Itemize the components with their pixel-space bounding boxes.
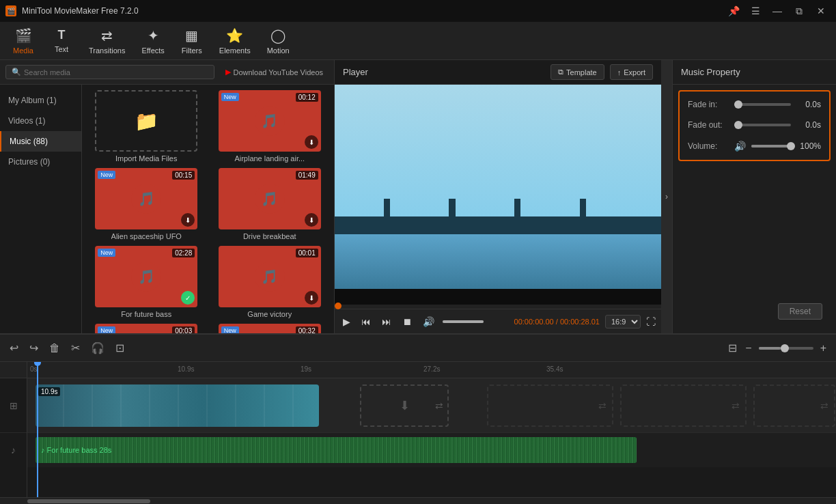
video-track-icon: ⊞ bbox=[10, 400, 18, 411]
music-icon: 🎵 bbox=[131, 262, 161, 292]
template-button[interactable]: ⧉ Template bbox=[551, 64, 604, 80]
toolbar-transitions[interactable]: ⇄ Transitions bbox=[82, 25, 132, 57]
volume-slider[interactable] bbox=[443, 320, 484, 323]
download-button[interactable]: ⬇ bbox=[181, 213, 195, 227]
redo-button[interactable]: ↪ bbox=[28, 340, 40, 356]
media-item-7[interactable]: 00:03 New bbox=[87, 324, 206, 333]
yt-download-button[interactable]: ▶ Download YouTube Videos bbox=[220, 66, 329, 79]
prev-frame-button[interactable]: ⏮ bbox=[359, 315, 374, 328]
audio-clip[interactable]: ♪ For future bass 28s bbox=[36, 437, 637, 463]
airplane-label: Airplane landing air... bbox=[234, 154, 305, 163]
fade-out-thumb[interactable] bbox=[734, 121, 742, 129]
property-border-box: Fade in: 0.0s Fade out: 0.0s Volume: bbox=[678, 90, 831, 161]
media-item-alien[interactable]: 🎵 00:15 New ⬇ Alien spaceship UFO bbox=[87, 168, 206, 240]
sidebar-item-music[interactable]: Music (88) bbox=[0, 131, 81, 152]
download-button[interactable]: ⬇ bbox=[305, 291, 318, 305]
toolbar-media[interactable]: 🎬 Media bbox=[5, 25, 41, 57]
volume-label: Volume: bbox=[688, 141, 729, 151]
sidebar-item-pictures[interactable]: Pictures (0) bbox=[0, 152, 81, 172]
media-item-gamevictory[interactable]: 🎵 00:01 ⬇ Game victory bbox=[211, 246, 329, 318]
split-audio-button[interactable]: ⊟ bbox=[727, 340, 738, 356]
menu-button[interactable]: ☰ bbox=[746, 3, 765, 18]
stop-button[interactable]: ⏹ bbox=[400, 315, 415, 328]
fade-in-row: Fade in: 0.0s bbox=[680, 94, 829, 115]
placeholder-clip-2[interactable]: ⇄ bbox=[487, 384, 613, 427]
airplane-duration: 00:12 bbox=[296, 93, 318, 102]
video-track-label: ⊞ bbox=[0, 378, 27, 433]
volume-icon[interactable]: 🔊 bbox=[420, 315, 437, 328]
reset-button[interactable]: Reset bbox=[778, 303, 822, 320]
forfuture-thumb: 🎵 02:28 New ✓ bbox=[95, 246, 197, 307]
crop-button[interactable]: ⊡ bbox=[114, 340, 126, 356]
video-bridge-bar bbox=[335, 216, 661, 234]
folder-icon: 📁 bbox=[135, 110, 158, 132]
next-frame-button[interactable]: ⏭ bbox=[379, 315, 394, 328]
zoom-out-button[interactable]: − bbox=[744, 341, 753, 356]
horizontal-scrollbar[interactable] bbox=[0, 497, 836, 504]
sidebar-item-myalbum[interactable]: My Album (1) bbox=[0, 90, 81, 111]
progress-container[interactable] bbox=[335, 305, 661, 309]
sidebar-item-videos[interactable]: Videos (1) bbox=[0, 111, 81, 131]
motion-label: Motion bbox=[267, 46, 290, 55]
ruler: 0s 10.9s 19s 27.2s 35.4s bbox=[27, 362, 836, 378]
ruler-mark-2: 19s bbox=[301, 365, 311, 373]
media-item-8[interactable]: 00:32 New bbox=[211, 324, 329, 333]
toolbar-motion[interactable]: ◯ Motion bbox=[260, 25, 296, 57]
volume-fill bbox=[443, 320, 484, 323]
delete-button[interactable]: 🗑 bbox=[48, 341, 61, 356]
progress-thumb[interactable] bbox=[335, 303, 342, 309]
audio-track: ♪ For future bass 28s bbox=[27, 433, 836, 467]
video-water bbox=[335, 234, 661, 290]
toolbar-elements[interactable]: ⭐ Elements bbox=[212, 25, 257, 57]
pin-button[interactable]: 📌 bbox=[724, 3, 743, 18]
import-thumb: 📁 bbox=[95, 90, 197, 152]
placeholder-clip-3[interactable]: ⇄ bbox=[620, 384, 747, 427]
placeholder-clip-4[interactable]: ⇄ bbox=[753, 384, 835, 427]
download-button[interactable]: ⬇ bbox=[305, 213, 318, 227]
swap-icon-3: ⇄ bbox=[732, 400, 740, 411]
restore-button[interactable]: ⧉ bbox=[790, 3, 809, 18]
waveform bbox=[36, 437, 637, 463]
collapse-panel-arrow[interactable]: › bbox=[661, 60, 672, 333]
media-icon: 🎬 bbox=[15, 27, 32, 44]
fullscreen-button[interactable]: ⛶ bbox=[646, 316, 656, 327]
new-badge: New bbox=[98, 249, 115, 257]
undo-button[interactable]: ↩ bbox=[8, 340, 20, 356]
download-button[interactable]: ⬇ bbox=[305, 135, 318, 149]
titlebar: 🎬 MiniTool MovieMaker Free 7.2.0 📌 ☰ — ⧉… bbox=[0, 0, 836, 22]
play-button[interactable]: ▶ bbox=[340, 315, 353, 328]
zoom-thumb[interactable] bbox=[781, 344, 789, 352]
search-input[interactable] bbox=[24, 68, 208, 76]
toolbar-filters[interactable]: ▦ Filters bbox=[174, 25, 210, 57]
titlebar-controls: 📌 ☰ — ⧉ ✕ bbox=[724, 3, 831, 18]
media-item-forfuture[interactable]: 🎵 02:28 New ✓ For future bass bbox=[87, 246, 206, 318]
clip-thumbnail bbox=[36, 384, 319, 427]
volume-thumb[interactable] bbox=[787, 142, 795, 150]
audio-track-label: ♪ bbox=[0, 433, 27, 467]
cut-button[interactable]: ✂ bbox=[70, 340, 81, 356]
fade-out-slider[interactable] bbox=[734, 124, 791, 126]
fade-in-thumb[interactable] bbox=[734, 100, 742, 109]
volume-property-slider[interactable] bbox=[751, 145, 791, 148]
clip-duration-badge: 10.9s bbox=[38, 387, 60, 396]
swap-icon-1: ⇄ bbox=[435, 400, 443, 411]
scrollbar-thumb[interactable] bbox=[27, 499, 150, 503]
fade-in-slider[interactable] bbox=[734, 103, 791, 106]
export-button[interactable]: ↑ Export bbox=[610, 64, 653, 80]
aspect-ratio-select[interactable]: 16:9 9:16 1:1 4:3 bbox=[605, 315, 641, 328]
media-item-drive[interactable]: 🎵 01:49 ⬇ Drive breakbeat bbox=[211, 168, 329, 240]
media-item-airplane[interactable]: 🎵 00:12 New ⬇ Airplane landing air... bbox=[211, 90, 329, 163]
fade-in-label: Fade in: bbox=[688, 100, 729, 109]
import-media-item[interactable]: 📁 Import Media Files bbox=[87, 90, 206, 163]
video-sky bbox=[335, 85, 661, 216]
minimize-button[interactable]: — bbox=[768, 3, 787, 18]
zoom-in-button[interactable]: + bbox=[819, 341, 828, 356]
timeline-tools-right: ⊟ − + bbox=[727, 340, 828, 356]
zoom-slider[interactable] bbox=[759, 347, 813, 350]
close-button[interactable]: ✕ bbox=[811, 3, 831, 18]
toolbar-effects[interactable]: ✦ Effects bbox=[135, 25, 171, 57]
video-display bbox=[335, 85, 661, 305]
video-clip[interactable]: 10.9s bbox=[36, 384, 319, 427]
toolbar-text[interactable]: T Text bbox=[44, 25, 79, 56]
audio-button[interactable]: 🎧 bbox=[89, 340, 106, 356]
